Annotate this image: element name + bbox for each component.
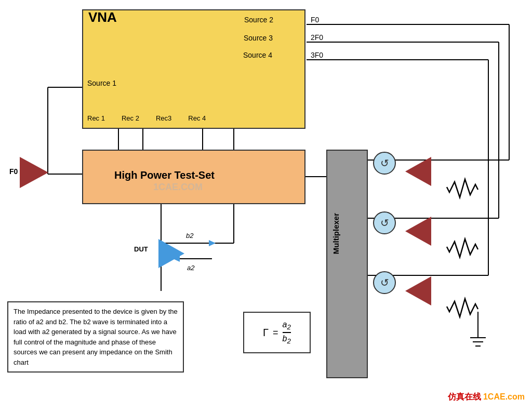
- red-triangle-middle: [400, 217, 431, 248]
- source-1-label: Source 1: [87, 79, 116, 87]
- brand-watermark: 仿真在线 1CAE.com: [448, 392, 525, 403]
- svg-marker-28: [209, 240, 216, 246]
- f0-signal-label: F0: [311, 16, 319, 24]
- port-circle-bottom: [373, 271, 396, 294]
- port-group-middle: [373, 211, 396, 234]
- diagram: VNA Source 2 Source 3 Source 4 Source 1 …: [0, 0, 532, 412]
- b2-label: b2: [186, 232, 193, 240]
- f0-left-label: F0: [9, 167, 18, 176]
- a2-label: a2: [187, 264, 194, 272]
- source-2-label: Source 2: [244, 16, 273, 24]
- f0-triangle-icon: [20, 157, 48, 188]
- svg-marker-36: [405, 157, 431, 186]
- dut-triangle-icon: [158, 239, 187, 270]
- formula-inner: Γ = a2 b2: [263, 320, 291, 345]
- svg-marker-37: [405, 217, 431, 246]
- dut-label: DUT: [134, 245, 148, 253]
- vna-title: VNA: [88, 9, 117, 25]
- description-text: The Impedance presented to the device is…: [14, 308, 178, 366]
- f3-signal-label: 3F0: [311, 51, 323, 59]
- gamma-symbol: Γ: [263, 327, 269, 339]
- red-triangle-bottom: [400, 276, 431, 308]
- description-textbox: The Impedance presented to the device is…: [7, 301, 184, 373]
- rec-4-label: Rec 4: [188, 114, 206, 122]
- source-4-label: Source 4: [243, 51, 272, 59]
- fraction-denominator: b2: [283, 333, 291, 345]
- diagram-watermark: 1CAE.COM: [153, 182, 203, 193]
- hpts-title: High Power Test-Set: [114, 169, 215, 181]
- multiplexer-box: [326, 150, 368, 378]
- vna-box: [82, 9, 305, 129]
- source-3-label: Source 3: [244, 34, 273, 42]
- port-group-bottom: [373, 271, 396, 294]
- rec-2-label: Rec 2: [122, 114, 139, 122]
- multiplexer-label: Multiplexer: [331, 213, 340, 254]
- receiver-labels: Rec 1 Rec 2 Rec3 Rec 4: [87, 114, 206, 122]
- port-circle-middle: [373, 211, 396, 234]
- f2-signal-label: 2F0: [311, 33, 323, 42]
- brand-chinese: 仿真在线: [448, 392, 481, 401]
- rec-1-label: Rec 1: [87, 114, 105, 122]
- svg-marker-35: [158, 239, 184, 268]
- formula-box: Γ = a2 b2: [243, 312, 311, 353]
- fraction: a2 b2: [283, 320, 291, 345]
- brand-1cae: 1CAE.com: [483, 392, 525, 401]
- equals-sign: =: [273, 327, 278, 338]
- fraction-numerator: a2: [283, 320, 291, 333]
- rec-3-label: Rec3: [156, 114, 171, 122]
- port-group-top: [373, 152, 396, 175]
- port-circle-top: [373, 152, 396, 175]
- svg-marker-38: [405, 276, 431, 305]
- red-triangle-top: [400, 157, 431, 188]
